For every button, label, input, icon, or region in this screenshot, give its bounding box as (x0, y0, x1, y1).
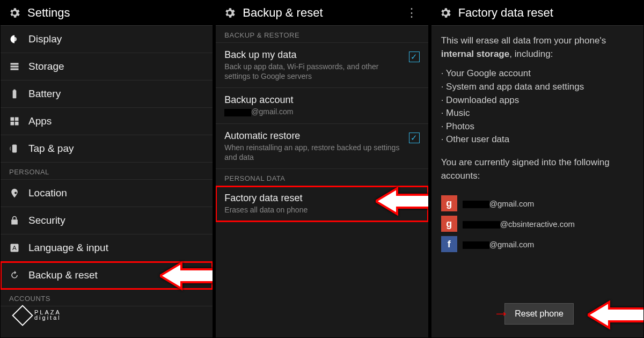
svg-rect-9 (15, 122, 19, 126)
section-personal-data: PERSONAL DATA (216, 169, 428, 186)
intro-text: This will erase all data from your phone… (441, 34, 634, 61)
redacted (463, 201, 489, 208)
row-storage[interactable]: Storage (1, 53, 213, 80)
list-item: System and app data and settings (441, 80, 634, 94)
list-item: Other user data (441, 133, 634, 146)
watermark-text: PLAZAdigital (34, 310, 61, 321)
row-display[interactable]: Display (1, 26, 213, 53)
backup-list: BACKUP & RESTORE Back up my dataBack up … (216, 26, 428, 337)
row-label: Apps (28, 115, 52, 127)
row-label: Tap & pay (28, 143, 74, 155)
location-icon (9, 188, 20, 199)
list-item: Music (441, 107, 634, 120)
factory-reset-panel: Factory data reset This will erase all d… (431, 0, 644, 338)
reset-description: This will erase all data from your phone… (431, 26, 643, 191)
row-location[interactable]: Location (1, 180, 213, 207)
row-backup-account[interactable]: Backup account@gmail.com (216, 88, 428, 123)
row-subtitle: Back up app data, Wi-Fi passwords, and o… (224, 62, 403, 81)
backup-icon (9, 270, 20, 281)
svg-rect-1 (11, 63, 19, 64)
row-subtitle: @gmail.com (224, 107, 419, 116)
nfc-icon (9, 143, 20, 154)
row-tap-pay[interactable]: Tap & pay (1, 135, 213, 163)
panel3-header: Factory data reset (431, 1, 643, 26)
row-factory-reset[interactable]: Factory data resetErases all data on pho… (216, 186, 428, 222)
account-email: @gmail.com (463, 240, 535, 249)
row-backup-reset[interactable]: Backup & reset (1, 262, 213, 289)
row-language[interactable]: ALanguage & input (1, 234, 213, 262)
svg-rect-6 (11, 117, 14, 121)
svg-text:A: A (12, 244, 17, 251)
section-backup-restore: BACKUP & RESTORE (216, 26, 428, 43)
row-label: Storage (28, 61, 64, 72)
svg-rect-11 (11, 219, 18, 224)
panel1-title: Settings (27, 6, 205, 20)
erase-list: Your Google account System and app data … (441, 67, 634, 146)
redacted (463, 241, 489, 249)
settings-icon (439, 6, 452, 19)
google-icon: g (441, 216, 457, 232)
row-title: Backup account (224, 94, 419, 106)
row-label: Language & input (28, 242, 108, 254)
battery-icon (9, 89, 20, 99)
panel1-header: Settings (1, 1, 213, 26)
section-personal: PERSONAL (1, 163, 213, 180)
facebook-icon: f (441, 236, 457, 252)
row-backup-data[interactable]: Back up my dataBack up app data, Wi-Fi p… (216, 43, 428, 88)
row-subtitle: Erases all data on phone (224, 205, 419, 215)
pointer-arrow-icon (588, 300, 644, 330)
row-battery[interactable]: Battery (1, 80, 213, 108)
google-icon: g (441, 195, 457, 211)
row-label: Location (28, 187, 67, 199)
row-label: Display (28, 33, 62, 45)
row-title: Back up my data (224, 49, 403, 61)
svg-marker-14 (160, 263, 213, 289)
storage-icon (9, 61, 20, 72)
account-row: g@gmail.com (441, 195, 634, 211)
row-subtitle: When reinstalling an app, restore backed… (224, 143, 403, 162)
watermark-icon (12, 305, 33, 326)
row-security[interactable]: Security (1, 207, 213, 234)
row-label: Battery (28, 88, 61, 100)
account-row: f@gmail.com (441, 236, 634, 252)
display-icon (9, 34, 20, 45)
svg-marker-16 (588, 302, 644, 328)
section-accounts: ACCOUNTS (1, 289, 213, 306)
svg-rect-2 (11, 65, 19, 67)
accounts-list: g@gmail.com g@cbsinteractive.com f@gmail… (431, 191, 643, 256)
lock-icon (9, 215, 20, 226)
svg-rect-10 (12, 145, 17, 153)
svg-rect-8 (11, 122, 14, 126)
row-apps[interactable]: Apps (1, 108, 213, 135)
settings-icon (223, 6, 236, 19)
pointer-arrow-icon (160, 261, 213, 291)
redacted (463, 221, 500, 229)
account-row: g@cbsinteractive.com (441, 216, 634, 232)
row-label: Backup & reset (28, 269, 98, 281)
backup-reset-panel: Backup & reset ⋮ BACKUP & RESTORE Back u… (215, 0, 428, 338)
red-arrow-icon: → (493, 304, 509, 322)
svg-rect-4 (13, 90, 17, 98)
row-title: Automatic restore (224, 130, 403, 142)
panel3-title: Factory data reset (458, 6, 636, 20)
row-title: Factory data reset (224, 193, 419, 204)
settings-icon (8, 6, 21, 19)
row-auto-restore[interactable]: Automatic restoreWhen reinstalling an ap… (216, 124, 428, 169)
checkbox-checked[interactable]: ✓ (409, 133, 420, 143)
panel2-title: Backup & reset (243, 6, 396, 20)
more-icon[interactable]: ⋮ (402, 6, 421, 20)
row-label: Security (28, 215, 65, 226)
checkbox-checked[interactable]: ✓ (409, 52, 420, 62)
language-icon: A (9, 243, 20, 253)
svg-rect-3 (11, 68, 19, 70)
account-email: @cbsinteractive.com (463, 219, 575, 229)
signed-in-text: You are currently signed into the follow… (441, 156, 634, 182)
panel2-header: Backup & reset ⋮ (216, 1, 428, 26)
redacted (224, 109, 251, 116)
reset-phone-button[interactable]: Reset phone (504, 303, 574, 325)
svg-rect-7 (15, 117, 19, 121)
account-email: @gmail.com (463, 199, 535, 208)
apps-icon (9, 116, 20, 127)
list-item: Your Google account (441, 67, 634, 80)
settings-list: Display Storage Battery Apps Tap & pay P… (1, 26, 213, 337)
